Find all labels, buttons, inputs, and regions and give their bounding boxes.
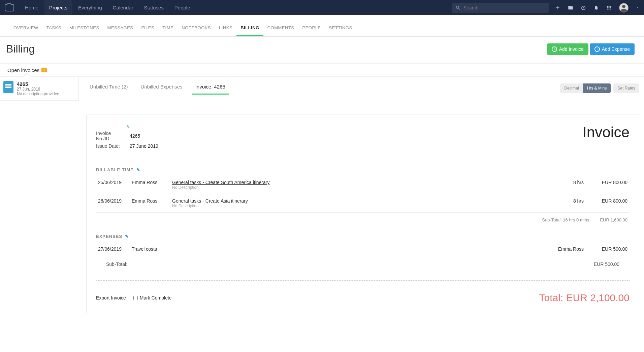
cell-task: General tasks - Create Asia itinerary No…: [170, 194, 559, 213]
task-link[interactable]: General tasks - Create South America iti…: [172, 180, 269, 185]
set-rates-button[interactable]: Set Rates: [613, 83, 639, 93]
tab-invoice-current[interactable]: Invoice: 4265: [192, 82, 229, 95]
nav-calendar[interactable]: Calendar: [108, 0, 138, 15]
tab-tasks[interactable]: TASKS: [42, 20, 65, 36]
cell-person: Emma Ross: [130, 194, 170, 213]
table-row: 25/06/2019 Emma Ross General tasks - Cre…: [96, 176, 630, 194]
issue-date-label: Issue Date:: [96, 143, 126, 149]
cell-amount: EUR 500.00: [586, 242, 630, 256]
grand-total: Total: EUR 2,100.00: [539, 292, 630, 304]
cell-hours: 8 hrs: [559, 194, 586, 213]
open-invoices-count: 1: [41, 68, 47, 72]
invoice-doc-icon: [3, 81, 13, 93]
page-header: Billing + Add Invoice + Add Expense: [0, 37, 644, 63]
nav-people[interactable]: People: [170, 0, 195, 15]
tab-unbilled-time[interactable]: Unbilled Time (2): [86, 82, 131, 95]
invoice-detail-pane: Unbilled Time (2) Unbilled Expenses Invo…: [79, 77, 644, 323]
tab-comments[interactable]: COMMENTS: [263, 20, 298, 36]
add-expense-button[interactable]: + Add Expense: [590, 43, 635, 55]
tab-notebooks[interactable]: NOTEBOOKS: [178, 20, 215, 36]
search-input[interactable]: [463, 5, 546, 10]
invoice-heading: Invoice: [583, 124, 630, 141]
nav-home[interactable]: Home: [20, 0, 43, 15]
mark-complete-checkbox[interactable]: Mark Complete: [133, 295, 172, 301]
cell-date: 26/06/2019: [96, 194, 130, 213]
tab-people[interactable]: PEOPLE: [298, 20, 325, 36]
cell-person: Emma Ross: [545, 242, 586, 256]
table-row: 27/06/2019 Travel costs Emma Ross EUR 50…: [96, 242, 630, 256]
tab-links[interactable]: LINKS: [215, 20, 236, 36]
topbar: Home Projects Everything Calendar Status…: [0, 0, 644, 15]
search-box[interactable]: [452, 3, 549, 13]
avatar[interactable]: [619, 3, 629, 12]
task-nodesc: No Description: [172, 185, 557, 190]
bell-icon[interactable]: [593, 5, 599, 10]
expenses-table: 27/06/2019 Travel costs Emma Ross EUR 50…: [96, 242, 630, 256]
tab-overview[interactable]: OVERVIEW: [9, 20, 42, 36]
cell-amount: EUR 800.00: [586, 194, 630, 213]
billable-time-heading: BILLABLE TIME ✎: [96, 167, 630, 172]
cell-desc: Travel costs: [130, 242, 545, 256]
table-row: 26/06/2019 Emma Ross General tasks - Cre…: [96, 194, 630, 213]
add-invoice-button[interactable]: + Add Invoice: [547, 43, 588, 55]
expenses-subtotal: Sub-Total: EUR 500.00: [96, 256, 630, 272]
cell-amount: EUR 800.00: [586, 176, 630, 194]
task-link[interactable]: General tasks - Create Asia itinerary: [172, 198, 248, 204]
cell-task: General tasks - Create South America iti…: [170, 176, 559, 194]
invoice-id-value: 4265: [130, 133, 140, 139]
tab-time[interactable]: TIME: [158, 20, 178, 36]
hrs-mins-toggle[interactable]: Hrs & Mins: [583, 83, 611, 93]
invoice-id-label: Invoice No./ID:: [96, 131, 126, 141]
open-invoices-strip: Open invoices 1: [0, 63, 644, 77]
plus-circle-icon: +: [594, 46, 600, 52]
project-subnav: OVERVIEW TASKS MILESTONES MESSAGES FILES…: [0, 20, 644, 36]
add-invoice-label: Add Invoice: [559, 46, 584, 52]
invoice-list: 4265 27 Jun, 2019 No description provide…: [0, 77, 79, 101]
tab-milestones[interactable]: MILESTONES: [65, 20, 103, 36]
timer-icon[interactable]: [581, 5, 586, 10]
invoice-item-desc: No description provided: [17, 92, 59, 96]
tab-settings[interactable]: SETTINGS: [325, 20, 356, 36]
decimal-toggle[interactable]: Decimal: [560, 83, 583, 93]
app-logo-icon[interactable]: [5, 4, 14, 11]
tab-unbilled-expenses[interactable]: Unbilled Expenses: [137, 82, 186, 95]
nav-projects[interactable]: Projects: [44, 0, 72, 15]
total-row: Export Invoice Mark Complete Total: EUR …: [96, 292, 630, 304]
tab-billing[interactable]: BILLING: [236, 20, 263, 36]
apps-icon[interactable]: [606, 5, 612, 10]
search-icon: [455, 5, 461, 10]
cell-hours: 8 hrs: [559, 176, 586, 194]
cell-date: 25/06/2019: [96, 176, 130, 194]
topbar-icons: [555, 3, 639, 12]
edit-billable-icon[interactable]: ✎: [136, 167, 140, 172]
chevron-down-icon[interactable]: [636, 6, 639, 9]
billable-table: 25/06/2019 Emma Ross General tasks - Cre…: [96, 176, 630, 213]
top-nav: Home Projects Everything Calendar Status…: [20, 0, 195, 15]
add-icon[interactable]: [555, 5, 560, 10]
task-nodesc: No Description: [172, 204, 557, 208]
open-invoices-label: Open invoices: [7, 67, 39, 73]
invoice-list-item[interactable]: 4265 27 Jun, 2019 No description provide…: [0, 77, 78, 101]
issue-date-value: 27 June 2019: [130, 143, 158, 149]
edit-expenses-icon[interactable]: ✎: [125, 234, 129, 239]
expenses-heading: EXPENSES ✎: [96, 234, 630, 239]
time-format-toggle: Decimal Hrs & Mins: [560, 83, 611, 93]
page-title: Billing: [6, 43, 35, 55]
add-expense-label: Add Expense: [602, 46, 630, 52]
nav-everything[interactable]: Everything: [73, 0, 107, 15]
nav-statuses[interactable]: Statuses: [139, 0, 168, 15]
tab-messages[interactable]: MESSAGES: [103, 20, 137, 36]
folder-icon[interactable]: [568, 5, 573, 10]
mark-complete-input[interactable]: [133, 296, 138, 300]
invoice-item-date: 27 Jun, 2019: [17, 87, 59, 92]
plus-circle-icon: +: [552, 46, 557, 52]
tab-files[interactable]: FILES: [137, 20, 159, 36]
open-pointer: [0, 77, 79, 77]
cell-date: 27/06/2019: [96, 242, 130, 256]
cell-person: Emma Ross: [130, 176, 170, 194]
invoice-item-id: 4265: [17, 81, 59, 87]
invoice-panel: ✎ Invoice No./ID: 4265 Issue Date: 27 Ju…: [86, 114, 639, 313]
detail-tabs: Unbilled Time (2) Unbilled Expenses Invo…: [86, 77, 639, 97]
export-invoice-link[interactable]: Export Invoice: [96, 295, 126, 301]
edit-meta-icon[interactable]: ✎: [126, 124, 130, 129]
